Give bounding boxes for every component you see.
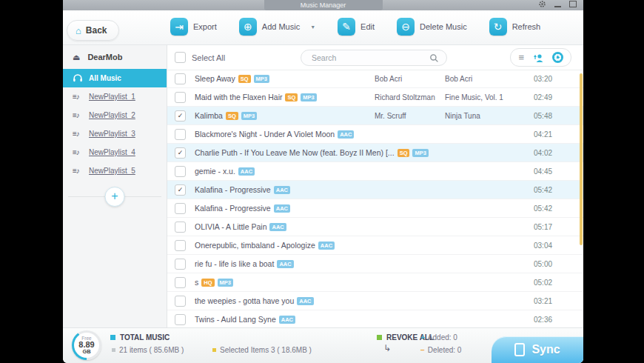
song-row[interactable]: gemie - x.u.AAC 04:45 [167,162,583,181]
song-row[interactable]: sHQMP3 05:02 [167,273,583,292]
playlist-icon: ≡♪ [73,148,83,156]
song-artist: Bob Acri [375,75,402,83]
window-title: Music Manager [264,0,383,10]
sidebar-item-newplaylist-1[interactable]: ≡♪ NewPlaylist_1 [63,87,167,106]
song-album: Ninja Tuna [445,112,480,120]
playlist-icon: ≡♪ [73,111,83,119]
toolbar-button-add-music[interactable]: ⊕ Add Music ▼ [239,18,315,36]
items-count: 21 items ( 85.6MB ) [112,346,184,354]
sidebar-item-newplaylist-3[interactable]: ≡♪ NewPlaylist_3 [63,124,167,143]
row-checkbox[interactable]: ✓ [175,110,186,121]
toolbar-button-export[interactable]: ⇥ Export [170,18,217,36]
format-badge: MP3 [301,93,316,101]
song-row[interactable]: Onerepublic, timbaland - ApologizeAAC 03… [167,236,583,255]
total-music-bullet [110,335,115,340]
sidebar-item-newplaylist-2[interactable]: ≡♪ NewPlaylist_2 [63,106,167,124]
format-badge: AAC [274,186,290,194]
back-button[interactable]: ⌂ Back [67,20,119,41]
total-music-label: TOTAL MUSIC [110,333,170,342]
format-badge: AAC [269,223,286,231]
edit-icon: ✎ [338,18,355,36]
sync-label: Sync [531,343,560,356]
export-icon: ⇥ [170,18,188,36]
song-album: Bob Acri [445,75,472,83]
song-row[interactable]: Maid with the Flaxen HairSQMP3 Richard S… [167,88,583,107]
song-duration: 03:21 [534,297,552,305]
minus-icon: − [420,346,425,354]
song-row[interactable]: ✓ Kalafina - ProgressiveAAC 05:42 [167,181,583,199]
maximize-icon[interactable] [569,0,577,10]
format-badge: AAC [297,297,313,305]
row-checkbox[interactable] [175,166,186,177]
format-badge: AAC [274,204,290,213]
row-checkbox[interactable] [175,277,186,288]
format-badge: AAC [279,316,295,324]
row-checkbox[interactable] [175,314,186,325]
song-title: Charlie Puth - If You Leave Me Now (feat… [195,148,429,158]
select-all-checkbox[interactable] [175,52,186,63]
vertical-scrollbar[interactable] [580,73,583,245]
row-checkbox[interactable] [175,259,186,270]
chevron-down-icon[interactable]: ▼ [310,24,315,30]
device-row[interactable]: ⏏ DearMob [63,45,167,69]
sidebar: ⏏ DearMob ≡♪ All Music ≡♪ NewPlaylist_1 [63,45,167,327]
row-checkbox[interactable] [175,92,186,103]
format-badge: SQ [398,149,410,157]
row-checkbox[interactable] [175,73,186,84]
song-row[interactable]: Sleep AwaySQMP3 Bob Acri Bob Acri 03:20 [167,70,583,88]
song-row[interactable]: the weepies - gotta have youAAC 03:21 [167,292,583,310]
song-row[interactable]: Twins - Auld Lang SyneAAC 02:36 [167,310,583,327]
song-row[interactable]: ✓ Charlie Puth - If You Leave Me Now (fe… [167,144,583,162]
search-icon[interactable] [429,53,439,63]
toolbar-button-refresh[interactable]: ↻ Refresh [489,18,541,36]
items-bullet [112,348,115,352]
toolbar-button-delete-music[interactable]: ⊖ Delete Music [397,18,467,36]
selected-bullet [212,348,216,352]
row-checkbox[interactable] [175,296,186,307]
song-row[interactable]: rie fu - life is like a boatAAC 05:00 [167,255,583,273]
song-row[interactable]: Blackmore's Night - Under A Violet MoonA… [167,125,583,144]
row-checkbox[interactable] [175,222,186,233]
song-title: KalimbaSQMP3 [195,111,257,121]
sidebar-item-all-music[interactable]: ≡♪ All Music [63,69,167,87]
sync-button[interactable]: Sync [492,336,583,363]
select-all[interactable]: Select All [175,52,225,63]
revoke-bullet [377,335,382,340]
toolbar-buttons: ⇥ Export ⊕ Add Music ▼ ✎ Edit ⊖ Delete M… [170,18,540,36]
song-row[interactable]: OLIVIA - A Little PainAAC 05:17 [167,218,583,236]
free-value: 8.89 [74,341,99,348]
song-duration: 03:20 [534,75,552,83]
song-duration: 02:36 [534,316,552,324]
sidebar-item-newplaylist-5[interactable]: ≡♪ NewPlaylist_5 [63,161,167,180]
row-checkbox[interactable]: ✓ [175,184,186,196]
song-duration: 05:02 [534,279,552,287]
search-input[interactable]: Search [301,50,447,66]
song-title: Kalafina - ProgressiveAAC [195,204,290,213]
song-title: Blackmore's Night - Under A Violet MoonA… [195,130,354,139]
app-window: Music Manager ⌂ Back ⇥ Export ⊕ Add Musi… [63,0,583,363]
song-title: gemie - x.u.AAC [195,167,255,176]
deleted-count: − Deleted: 0 [420,346,461,354]
selected-count: Selected Items 3 ( 18.6MB ) [212,346,312,354]
artist-view-icon[interactable] [533,53,543,62]
format-badge: HQ [201,279,214,287]
song-row[interactable]: ✓ KalimbaSQMP3 Mr. Scruff Ninja Tuna 05:… [167,107,583,125]
minimize-icon[interactable] [554,0,561,10]
row-checkbox[interactable] [175,203,186,214]
album-view-icon[interactable] [552,52,563,63]
playlist-icon: ≡♪ [73,130,83,138]
format-badge: SQ [226,112,238,120]
list-view-icon[interactable]: ≡ [518,52,524,63]
row-checkbox[interactable] [175,240,186,251]
song-title: sHQMP3 [195,278,233,287]
sidebar-item-newplaylist-4[interactable]: ≡♪ NewPlaylist_4 [63,143,167,161]
gear-icon[interactable] [538,0,546,11]
row-checkbox[interactable] [175,129,186,140]
music-list-panel: Select All Search ≡ [167,45,583,327]
add-playlist-button[interactable]: + [105,187,125,207]
row-checkbox[interactable]: ✓ [175,147,186,159]
toolbar-button-edit[interactable]: ✎ Edit [338,18,375,36]
back-label: Back [86,25,107,36]
song-row[interactable]: Kalafina - ProgressiveAAC 05:42 [167,199,583,218]
song-duration: 05:42 [534,186,552,194]
